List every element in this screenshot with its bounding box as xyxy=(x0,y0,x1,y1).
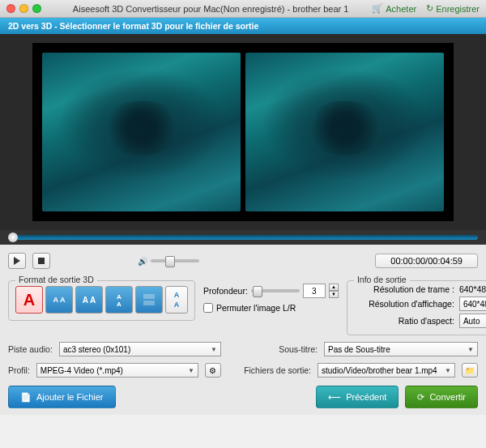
output-files-label: Fichiers de sortie: xyxy=(244,365,311,375)
aspect-label: Ratio d'aspect: xyxy=(354,316,459,326)
previous-button[interactable]: ⟵ Précédent xyxy=(316,386,399,408)
svg-text:A: A xyxy=(117,301,122,307)
preview-area xyxy=(0,34,486,230)
zoom-icon[interactable] xyxy=(32,4,41,13)
right-eye-frame xyxy=(245,53,444,211)
svg-rect-3 xyxy=(143,294,155,299)
format-tab-full-button[interactable]: AA xyxy=(105,286,133,314)
output-info-group: Info de sortie Résolution de trame :640*… xyxy=(347,280,486,335)
chevron-down-icon: ▼ xyxy=(445,367,451,374)
volume-slider[interactable] xyxy=(151,259,199,262)
audio-track-label: Piste audio: xyxy=(8,344,53,354)
progress-track[interactable] xyxy=(8,235,478,240)
depth-label: Profondeur: xyxy=(203,286,248,296)
depth-slider[interactable] xyxy=(251,289,300,292)
register-button[interactable]: ↻Enregistrer xyxy=(426,3,480,14)
format-3d-title: Format de sortie 3D xyxy=(15,275,97,284)
svg-rect-4 xyxy=(143,301,155,305)
time-display: 00:00:00/00:04:59 xyxy=(375,254,478,268)
play-icon xyxy=(14,257,20,265)
tab-half-icon xyxy=(142,292,156,307)
frame-res-value: 640*480 xyxy=(459,284,486,294)
profile-settings-button[interactable]: ⚙ xyxy=(205,363,221,378)
swap-lr-label: Permuter l'image L/R xyxy=(216,303,296,313)
profile-select[interactable]: MPEG-4 Video (*.mp4)▼ xyxy=(36,363,198,378)
frame-res-label: Résolution de trame : xyxy=(354,284,459,294)
window-title: Aiseesoft 3D Convertisseur pour Mac(Non … xyxy=(49,4,372,14)
depth-input[interactable] xyxy=(303,284,326,298)
chevron-down-icon: ▼ xyxy=(188,367,194,374)
format-3d-group: Format de sortie 3D A A A A A AA AA xyxy=(8,280,195,321)
subtitle-select[interactable]: Pas de Sous-titre▼ xyxy=(324,342,478,356)
swap-lr-input[interactable] xyxy=(203,303,213,313)
display-res-label: Résolution d'affichage: xyxy=(354,299,459,309)
buy-button[interactable]: 🛒Acheter xyxy=(372,3,416,14)
progress-knob[interactable] xyxy=(8,233,18,242)
gear-icon: ⚙ xyxy=(209,366,216,375)
minimize-icon[interactable] xyxy=(19,4,28,13)
key-icon: ↻ xyxy=(426,3,433,14)
browse-output-button[interactable]: 📁 xyxy=(462,363,478,378)
aspect-select[interactable]: Auto▼ xyxy=(459,314,486,328)
format-sbs-half-button[interactable]: A A xyxy=(75,286,103,314)
format-anaglyph-button[interactable]: A xyxy=(15,286,43,314)
format-tab-half-button[interactable] xyxy=(135,286,163,314)
add-file-button[interactable]: 📄 Ajouter le Fichier xyxy=(8,386,116,408)
titlebar: Aiseesoft 3D Convertisseur pour Mac(Non … xyxy=(0,0,486,18)
left-eye-frame xyxy=(42,53,241,211)
audio-track-select[interactable]: ac3 stereo (0x101)▼ xyxy=(59,342,221,356)
scrub-bar xyxy=(0,230,486,245)
output-path-select[interactable]: studio/Video/brother bear 1.mp4▼ xyxy=(318,363,455,378)
add-file-icon: 📄 xyxy=(20,392,32,403)
stop-icon xyxy=(38,258,45,264)
cart-icon: 🛒 xyxy=(372,3,383,14)
close-icon[interactable] xyxy=(6,4,15,13)
chevron-down-icon: ▼ xyxy=(467,346,474,353)
subtitle-label: Sous-titre: xyxy=(279,344,318,354)
stop-button[interactable] xyxy=(32,253,50,269)
format-sbs-full-button[interactable]: A A xyxy=(45,286,73,314)
play-button[interactable] xyxy=(8,253,26,269)
convert-button[interactable]: ⟳ Convertir xyxy=(405,386,478,408)
profile-label: Profil: xyxy=(8,365,30,375)
volume-icon: 🔊 xyxy=(138,257,147,266)
swap-lr-checkbox[interactable]: Permuter l'image L/R xyxy=(203,303,339,313)
tab-full-icon: AA xyxy=(112,292,126,307)
window-controls xyxy=(6,4,41,13)
banner: 2D vers 3D - Sélectionner le format 3D p… xyxy=(0,18,486,34)
video-box xyxy=(32,43,454,221)
folder-icon: 📁 xyxy=(465,366,475,375)
output-info-title: Info de sortie xyxy=(354,275,410,284)
svg-rect-0 xyxy=(38,258,45,264)
refresh-icon: ⟳ xyxy=(417,392,424,403)
depth-down-button[interactable]: ▼ xyxy=(329,291,339,298)
display-res-select[interactable]: 640*480▼ xyxy=(459,297,486,311)
svg-text:A: A xyxy=(117,293,122,301)
chevron-down-icon: ▼ xyxy=(211,346,217,353)
depth-up-button[interactable]: ▲ xyxy=(329,284,339,291)
arrow-left-icon: ⟵ xyxy=(328,392,341,403)
format-stack-button[interactable]: AA xyxy=(165,286,188,314)
